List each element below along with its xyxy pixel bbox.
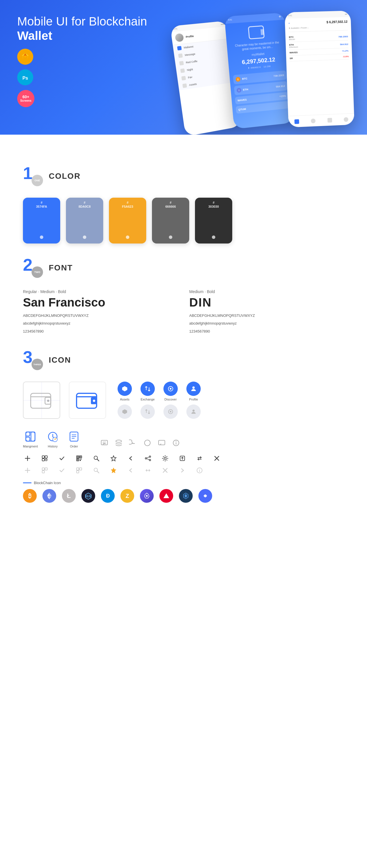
color-swatch-2: #F5A623 xyxy=(109,198,146,244)
gto-logo xyxy=(179,489,193,503)
discover-icon-gray xyxy=(163,404,178,419)
svg-point-69 xyxy=(164,458,166,460)
exchange-label: Exchange xyxy=(141,398,155,401)
svg-rect-48 xyxy=(42,459,45,461)
ltc-logo: Ł xyxy=(62,489,76,503)
nem-logo: XEM xyxy=(81,489,95,503)
svg-rect-40 xyxy=(159,440,165,445)
svg-point-65 xyxy=(145,458,147,459)
color-dot xyxy=(169,236,172,239)
one-badge: ONE xyxy=(32,175,43,186)
section-number-3: 3 THREE xyxy=(23,350,43,370)
order-nav-item: Order xyxy=(68,430,80,448)
svg-point-38 xyxy=(116,440,121,442)
stack-icon xyxy=(115,439,123,448)
icon-section: 3 THREE ICON xyxy=(23,350,344,503)
forward-icon-gray xyxy=(178,466,187,475)
history-nav-item: History xyxy=(47,430,59,448)
color-dot xyxy=(83,236,86,239)
dash-logo: Đ xyxy=(101,489,115,503)
svg-line-62 xyxy=(97,459,99,461)
profile-icon-gray xyxy=(186,404,201,419)
svg-rect-78 xyxy=(77,468,79,470)
svg-rect-76 xyxy=(45,468,47,470)
font-sf-styles: Regular · Medium · Bold xyxy=(23,289,178,294)
font-din-styles: Medium · Bold xyxy=(189,289,344,294)
comment-icon xyxy=(158,439,166,448)
svg-marker-98 xyxy=(163,493,169,498)
swap-icon xyxy=(195,454,204,463)
svg-point-23 xyxy=(170,411,171,412)
xlm-logo xyxy=(140,489,154,503)
wallet-outline-svg xyxy=(30,391,53,410)
blockchain-label: BlockChain Icon xyxy=(23,481,344,485)
order-icon xyxy=(68,430,80,443)
blockchain-line xyxy=(23,483,32,483)
tools-row-1 xyxy=(23,454,344,463)
eth-logo xyxy=(43,489,56,503)
main-content: 1 ONE COLOR #3574FA #8DA0C8 #F5A623 #666… xyxy=(0,135,367,534)
hero-title: Mobile UI for Blockchain Wallet xyxy=(17,14,161,43)
discover-icon-item: Discover xyxy=(163,381,178,401)
tools-row-2 xyxy=(23,466,344,475)
profile-icon xyxy=(186,381,201,396)
svg-point-20 xyxy=(192,386,195,389)
app-nav-row: Mangment History xyxy=(23,430,344,448)
grid-edit-icon xyxy=(40,454,49,463)
screens-badge: 60+ Screens xyxy=(17,90,34,107)
font-sf-upper: ABCDEFGHIJKLMNOPQRSTUVWXYZ xyxy=(23,312,178,319)
info-icon-gray xyxy=(195,466,204,475)
order-label: Order xyxy=(70,444,78,448)
font-din-name: DIN xyxy=(189,296,344,309)
icon-title: ICON xyxy=(49,355,71,365)
svg-rect-79 xyxy=(79,468,82,470)
plus-icon xyxy=(23,454,32,463)
upload-icon xyxy=(178,454,187,463)
svg-point-88 xyxy=(199,469,200,469)
svg-marker-100 xyxy=(185,494,187,498)
check-icon xyxy=(57,454,66,463)
zec-logo: Z xyxy=(120,489,134,503)
svg-marker-91 xyxy=(47,493,49,497)
settings-icon xyxy=(161,454,170,463)
font-din: Medium · Bold DIN ABCDEFGHIJKLMNOPQRSTUV… xyxy=(189,289,344,336)
font-sf-nums: 1234567890 xyxy=(23,328,178,335)
font-sf-lower: abcdefghijklmnopqrstuvwxyz xyxy=(23,320,178,327)
svg-marker-17 xyxy=(122,386,127,391)
search-icon xyxy=(92,454,101,463)
section-number-2: 2 TWO xyxy=(23,258,43,278)
svg-point-24 xyxy=(192,410,194,412)
svg-text:XEM: XEM xyxy=(85,495,91,498)
svg-text:₿: ₿ xyxy=(28,493,31,499)
circle-icon xyxy=(143,439,151,448)
wallet-filled-svg xyxy=(76,391,99,410)
svg-marker-21 xyxy=(122,409,127,414)
check-icon-gray xyxy=(57,466,66,475)
plus-icon-gray xyxy=(23,466,32,475)
svg-rect-25 xyxy=(26,432,35,441)
svg-rect-75 xyxy=(42,468,45,470)
color-swatch-1: #8DA0C8 xyxy=(66,198,103,244)
icon-section-header: 3 THREE ICON xyxy=(23,350,344,370)
font-sf: Regular · Medium · Bold San Francisco AB… xyxy=(23,289,178,336)
management-icon xyxy=(24,430,37,443)
svg-rect-56 xyxy=(80,456,81,458)
back-icon-gray xyxy=(126,466,135,475)
star-icon-yellow xyxy=(109,466,118,475)
arrow-both-icon-gray xyxy=(143,466,152,475)
color-swatches: #3574FA #8DA0C8 #F5A623 #666666 #303030 xyxy=(23,198,344,244)
svg-rect-77 xyxy=(42,471,45,473)
btc-logo: ₿ xyxy=(23,489,37,503)
svg-marker-63 xyxy=(111,456,116,461)
exchange-icon-item: Exchange xyxy=(140,381,155,401)
section-number-1: 1 ONE xyxy=(23,166,43,186)
svg-rect-57 xyxy=(77,459,78,460)
svg-point-66 xyxy=(149,460,151,461)
svg-rect-55 xyxy=(77,456,78,458)
wallet-icons xyxy=(23,381,106,419)
blockchain-label-text: BlockChain Icon xyxy=(34,481,61,485)
color-dot xyxy=(40,236,43,239)
color-section: 1 ONE COLOR #3574FA #8DA0C8 #F5A623 #666… xyxy=(23,166,344,244)
misc-icons xyxy=(101,439,180,448)
qr-icon-gray xyxy=(75,466,84,475)
